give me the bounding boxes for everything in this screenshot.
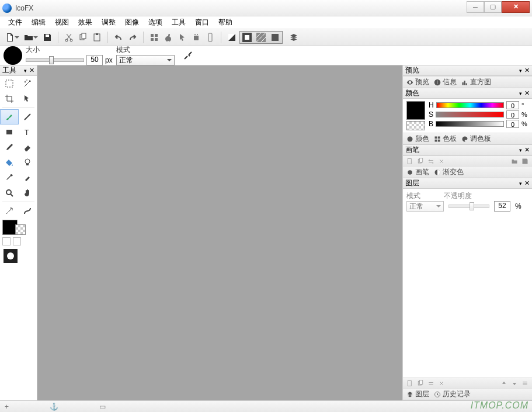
platform-apple-icon[interactable] <box>162 31 175 44</box>
tool-move[interactable] <box>19 91 37 106</box>
layer-menu-caret[interactable]: ▾ <box>519 181 522 186</box>
tool-hand[interactable] <box>19 185 37 200</box>
color-tab-swatches[interactable]: 色板 <box>434 134 457 144</box>
layer-tab-history[interactable]: 历史记录 <box>434 389 471 399</box>
tool-text[interactable]: T <box>19 124 37 140</box>
brush-size-value[interactable]: 50 <box>86 55 103 65</box>
tool-pencil[interactable] <box>0 140 19 155</box>
platform-windows-icon[interactable] <box>148 31 161 44</box>
preview-menu-caret[interactable]: ▾ <box>519 68 522 74</box>
preview-tab-info[interactable]: i信息 <box>434 77 457 87</box>
layer-close[interactable]: ✕ <box>524 179 530 187</box>
color-close[interactable]: ✕ <box>524 89 530 97</box>
layer-swap-icon[interactable] <box>427 380 434 387</box>
layer-merge-icon[interactable] <box>521 380 528 387</box>
undo-button[interactable] <box>112 31 125 44</box>
hue-value[interactable]: 0 <box>506 101 519 109</box>
tool-line[interactable] <box>19 109 37 124</box>
tool-eraser[interactable] <box>19 140 37 155</box>
swap-colors-button[interactable] <box>2 237 11 245</box>
paste-button[interactable] <box>91 31 103 44</box>
tool-eyedropper[interactable] <box>0 170 19 185</box>
layer-mode-combo[interactable]: 正常 <box>406 201 444 212</box>
minimize-button[interactable]: ─ <box>467 1 484 13</box>
tool-shape-preview[interactable] <box>4 249 18 263</box>
new-file-button[interactable] <box>4 31 16 44</box>
color-background-swatch[interactable] <box>406 121 425 130</box>
brush-copy-icon[interactable] <box>417 158 424 165</box>
default-colors-button[interactable] <box>13 237 21 245</box>
bri-value[interactable]: 0 <box>506 120 519 128</box>
platform-cursor-icon[interactable] <box>176 31 189 44</box>
bg-solid-icon[interactable] <box>268 32 282 43</box>
open-file-button[interactable] <box>22 31 35 44</box>
brush-mode-combo[interactable]: 正常 <box>116 55 175 65</box>
bri-slider[interactable] <box>436 121 504 127</box>
tool-fill[interactable] <box>0 155 19 170</box>
tool-retouch[interactable] <box>19 170 37 185</box>
brush-folder-icon[interactable] <box>511 158 518 165</box>
layer-opacity-slider[interactable] <box>448 205 489 208</box>
background-color[interactable] <box>15 224 26 235</box>
tool-zoom[interactable] <box>0 185 19 200</box>
cut-button[interactable] <box>62 31 75 44</box>
maximize-button[interactable]: ▢ <box>484 1 502 13</box>
layer-down-icon[interactable] <box>511 380 518 387</box>
preview-tab-preview[interactable]: 预览 <box>406 77 429 87</box>
tool-brush[interactable] <box>0 109 19 124</box>
bg-diagonal-icon[interactable] <box>254 32 268 43</box>
brush-panel-caret[interactable]: ▾ <box>519 147 522 153</box>
menu-image[interactable]: 图像 <box>120 16 144 29</box>
toolbox-close[interactable]: ✕ <box>29 67 34 74</box>
platform-phone-icon[interactable] <box>204 31 217 44</box>
sat-slider[interactable] <box>436 112 504 117</box>
layer-tab-layers[interactable]: 图层 <box>406 389 429 399</box>
brush-size-slider[interactable] <box>26 58 84 62</box>
menu-effect[interactable]: 效果 <box>74 16 97 29</box>
menu-file[interactable]: 文件 <box>4 16 27 29</box>
layer-new-icon[interactable] <box>406 380 413 387</box>
sat-value[interactable]: 0 <box>506 110 519 119</box>
tool-arrow[interactable] <box>0 203 19 219</box>
close-button[interactable]: ✕ <box>502 1 530 13</box>
tool-lightbulb[interactable] <box>19 155 37 170</box>
menu-edit[interactable]: 编辑 <box>27 16 50 29</box>
bg-checker-icon[interactable] <box>240 32 254 43</box>
brush-tab-brush[interactable]: 画笔 <box>406 167 429 177</box>
tool-rectangle[interactable] <box>0 124 19 140</box>
menu-tools[interactable]: 工具 <box>167 16 190 29</box>
toolbox-menu-caret[interactable]: ▾ <box>24 68 27 74</box>
brush-delete-icon[interactable] <box>438 158 445 165</box>
canvas-area[interactable] <box>37 65 402 400</box>
preview-close[interactable]: ✕ <box>524 67 530 74</box>
menu-view[interactable]: 视图 <box>50 16 74 29</box>
color-tab-color[interactable]: 颜色 <box>406 134 429 144</box>
brush-extra-icon[interactable] <box>182 49 194 62</box>
hue-slider[interactable] <box>436 102 504 108</box>
layer-copy-icon[interactable] <box>417 380 424 387</box>
color-tab-palette[interactable]: 调色板 <box>461 134 491 144</box>
color-menu-caret[interactable]: ▾ <box>519 91 522 96</box>
tool-curve[interactable] <box>19 203 37 219</box>
menu-adjust[interactable]: 调整 <box>97 16 120 29</box>
platform-android-icon[interactable] <box>190 31 203 44</box>
layer-list[interactable] <box>406 213 528 282</box>
tool-crop[interactable] <box>0 91 19 106</box>
contrast-icon[interactable] <box>225 31 238 44</box>
brush-save-icon[interactable] <box>521 158 528 165</box>
tool-marquee[interactable] <box>0 76 19 91</box>
menu-window[interactable]: 窗口 <box>190 16 214 29</box>
brush-tab-gradient[interactable]: 渐变色 <box>434 167 464 177</box>
save-button[interactable] <box>41 31 54 44</box>
layer-delete-icon[interactable] <box>438 380 445 387</box>
tool-wand[interactable] <box>19 76 37 91</box>
brush-swap-icon[interactable] <box>427 158 434 165</box>
redo-button[interactable] <box>126 31 139 44</box>
menu-help[interactable]: 帮助 <box>214 16 237 29</box>
preview-tab-histogram[interactable]: 直方图 <box>461 77 491 87</box>
brush-new-icon[interactable] <box>406 158 413 165</box>
layers-icon[interactable] <box>287 31 300 44</box>
brush-panel-close[interactable]: ✕ <box>524 146 530 154</box>
copy-button[interactable] <box>77 31 89 44</box>
color-foreground-swatch[interactable] <box>406 101 425 120</box>
